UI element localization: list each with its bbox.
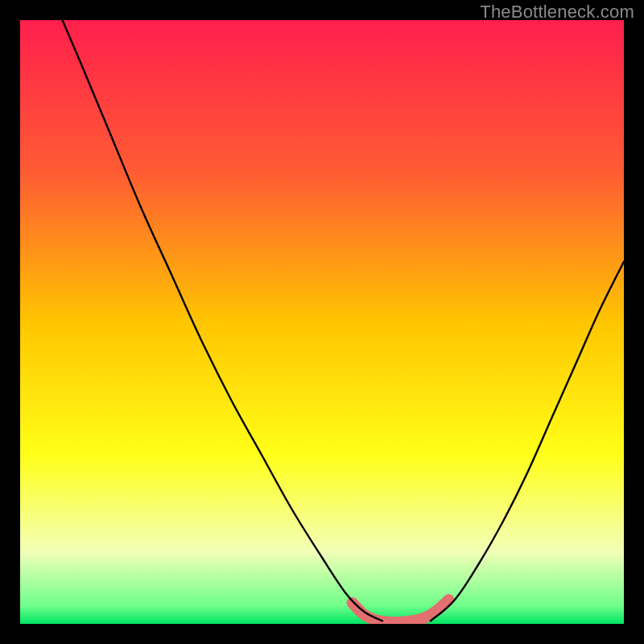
plot-area (20, 20, 624, 624)
watermark-text: TheBottleneck.com (480, 2, 634, 23)
left-curve-path (63, 20, 383, 621)
curves-layer (20, 20, 624, 624)
right-curve-path (431, 262, 624, 621)
chart-frame: TheBottleneck.com (0, 0, 644, 644)
